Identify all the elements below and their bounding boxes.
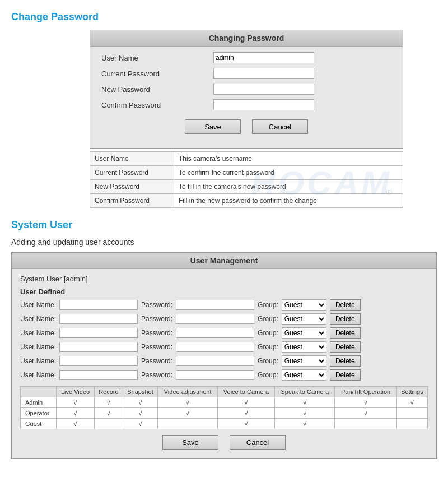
system-user-title: System User [11,219,437,231]
um-pass-label-3: Password: [141,329,172,337]
desc-row-username: User Name This camera's username [90,152,403,166]
um-user-row-4: User Name: Password: Group: Guest Operat… [20,341,428,353]
perm-col-voice-to: Voice to Camera [217,387,274,397]
perm-guest-speak-to: √ [275,419,335,429]
form-row-confirm-password: Confirm Password [101,99,391,110]
desc-value-new-password: To fill in the camera's new password [174,180,403,194]
perm-admin-voice-to: √ [217,397,274,408]
um-cancel-button[interactable]: Cancel [230,435,286,450]
um-admin-label: System User [admin] [20,275,428,283]
form-row-current-password: Current Password [101,68,391,79]
input-confirm-password[interactable] [213,99,314,110]
um-username-input-3[interactable] [59,328,138,338]
um-delete-btn-6[interactable]: Delete [330,369,361,381]
um-username-input-4[interactable] [59,342,138,352]
permissions-table: Live Video Record Snapshot Video adjustm… [20,386,428,429]
um-pass-label-5: Password: [141,357,172,365]
perm-guest-settings [396,419,427,429]
input-username[interactable] [213,52,314,63]
um-group-select-1[interactable]: Guest Operator Admin [282,299,326,311]
um-user-row-5: User Name: Password: Group: Guest Operat… [20,355,428,367]
um-delete-btn-4[interactable]: Delete [330,341,361,353]
um-delete-btn-1[interactable]: Delete [330,299,361,311]
um-save-button[interactable]: Save [162,435,218,450]
um-group-label-6: Group: [258,371,278,379]
perm-guest-pan-tilt [335,419,396,429]
perm-admin-video-adj: √ [158,397,217,408]
change-password-title: Change Password [11,11,437,23]
um-group-select-6[interactable]: Guest Operator Admin [282,369,326,381]
perm-col-pan-tilt: Pan/Tilt Operation [335,387,396,397]
um-username-input-5[interactable] [59,356,138,366]
registered-mark: ® [386,188,392,197]
desc-value-confirm-password: Fill in the new password to confirm the … [174,194,403,208]
um-delete-btn-2[interactable]: Delete [330,313,361,325]
um-username-input-1[interactable] [59,300,138,310]
um-dialog-title: User Management [12,253,436,269]
um-user-label-4: User Name: [20,343,56,351]
perm-guest-snapshot: √ [123,419,158,429]
perm-admin-speak-to: √ [275,397,335,408]
desc-field-username: User Name [90,152,174,166]
desc-field-current-password: Current Password [90,166,174,180]
change-password-dialog: Changing Password User Name Current Pass… [90,30,403,149]
um-group-select-2[interactable]: Guest Operator Admin [282,313,326,325]
perm-guest-live: √ [56,419,94,429]
um-group-select-3[interactable]: Guest Operator Admin [282,327,326,339]
form-row-username: User Name [101,52,391,63]
form-row-new-password: New Password [101,84,391,95]
description-table: User Name This camera's username Current… [90,151,403,208]
perm-table-header-row: Live Video Record Snapshot Video adjustm… [21,387,428,397]
um-group-select-4[interactable]: Guest Operator Admin [282,341,326,353]
perm-operator-record: √ [95,408,123,419]
change-password-section: Change Password Changing Password User N… [11,11,437,208]
um-pass-label-2: Password: [141,315,172,323]
um-username-input-6[interactable] [59,370,138,380]
system-user-section: System User Adding and updating user acc… [11,219,437,459]
perm-operator-video-adj: √ [158,408,217,419]
um-delete-btn-3[interactable]: Delete [330,327,361,339]
dialog-buttons: Save Cancel [101,115,391,140]
um-password-input-3[interactable] [176,328,254,338]
perm-guest-video-adj [158,419,217,429]
um-user-row-6: User Name: Password: Group: Guest Operat… [20,369,428,381]
label-current-password: Current Password [101,70,213,78]
desc-row-new-password: New Password To fill in the camera's new… [90,180,403,194]
um-password-input-6[interactable] [176,370,254,380]
um-delete-btn-5[interactable]: Delete [330,355,361,367]
perm-role-guest: Guest [21,419,57,429]
cancel-button[interactable]: Cancel [252,119,308,134]
um-group-label-3: Group: [258,329,278,337]
dialog-title: Changing Password [90,30,403,47]
perm-operator-voice-to: √ [217,408,274,419]
perm-guest-record [95,419,123,429]
perm-operator-snapshot: √ [123,408,158,419]
um-user-label-6: User Name: [20,371,56,379]
um-password-input-5[interactable] [176,356,254,366]
um-user-label-5: User Name: [20,357,56,365]
input-current-password[interactable] [213,68,314,79]
um-password-input-1[interactable] [176,300,254,310]
perm-col-snapshot: Snapshot [123,387,158,397]
perm-admin-settings: √ [396,397,427,408]
um-password-input-4[interactable] [176,342,254,352]
perm-operator-speak-to: √ [275,408,335,419]
perm-col-live-video: Live Video [56,387,94,397]
perm-operator-settings [396,408,427,419]
perm-row-operator: Operator √ √ √ √ √ √ √ [21,408,428,419]
input-new-password[interactable] [213,84,314,95]
um-group-label-1: Group: [258,301,278,309]
um-password-input-2[interactable] [176,314,254,324]
perm-guest-voice-to: √ [217,419,274,429]
perm-operator-live: √ [56,408,94,419]
save-button[interactable]: Save [185,119,241,134]
um-user-label-1: User Name: [20,301,56,309]
um-group-select-5[interactable]: Guest Operator Admin [282,355,326,367]
um-user-row-1: User Name: Password: Group: Guest Operat… [20,299,428,311]
um-username-input-2[interactable] [59,314,138,324]
perm-row-admin: Admin √ √ √ √ √ √ √ √ [21,397,428,408]
um-user-label-3: User Name: [20,329,56,337]
perm-col-video-adj: Video adjustment [158,387,217,397]
user-management-dialog: User Management System User [admin] User… [11,252,437,459]
um-user-row-3: User Name: Password: Group: Guest Operat… [20,327,428,339]
